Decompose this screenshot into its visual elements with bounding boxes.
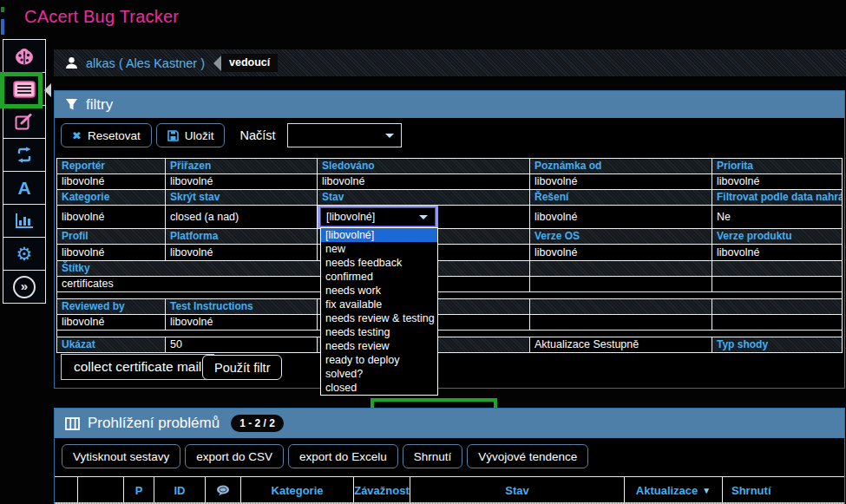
export-csv-button[interactable]: export do CSV — [185, 444, 284, 468]
filter-value-reporter[interactable]: libovolné — [57, 174, 166, 190]
status-select[interactable]: [libovolné] — [320, 207, 436, 226]
sidebar-item-summary[interactable] — [3, 204, 46, 238]
status-option[interactable]: needs review — [321, 339, 437, 353]
filter-label-reviewed-by: Reviewed by — [57, 299, 166, 315]
issues-panel-title: Prohlížení problémů — [88, 415, 220, 432]
sidebar-item-manage[interactable]: ⚙ — [3, 237, 46, 271]
status-dropdown-list: [libovolné] new needs feedback confirmed… — [320, 227, 438, 396]
issues-col-severity[interactable]: Závažnost — [354, 477, 410, 503]
reset-filter-button[interactable]: ✖ Resetovat — [61, 123, 152, 147]
funnel-icon — [65, 98, 78, 111]
edit-pencil-icon — [15, 114, 34, 131]
filter-value-tags[interactable]: certificates — [57, 277, 530, 292]
issues-col-summary[interactable]: Shrnutí — [723, 477, 843, 503]
issues-col-id[interactable]: ID — [154, 477, 206, 503]
issues-col-priority[interactable]: P — [124, 477, 154, 503]
status-option[interactable]: ready to deploy — [321, 353, 437, 367]
status-option[interactable]: needs review & testing — [321, 311, 437, 325]
ladybug-icon — [14, 48, 35, 65]
filter-cell-empty — [530, 277, 712, 292]
filter-value-product-version[interactable]: libovolné — [712, 245, 843, 261]
status-option[interactable]: new — [321, 242, 437, 256]
filter-value-resolution[interactable]: libovolné — [530, 206, 712, 229]
issues-col-edit — [78, 477, 124, 503]
filter-value-assigned[interactable]: libovolné — [166, 174, 318, 190]
status-option[interactable]: confirmed — [321, 270, 437, 284]
status-option[interactable]: fix available — [321, 298, 437, 311]
status-option[interactable]: needs feedback — [321, 256, 437, 270]
filter-cell-empty — [712, 277, 843, 292]
filter-label-filter-by-date: Filtrovat podle data nahrání — [712, 190, 843, 206]
filter-label-tags: Štítky — [57, 261, 530, 277]
collapse-chevrons-icon: » — [13, 276, 36, 298]
status-option[interactable]: solved? — [321, 367, 437, 381]
filter-label-category: Kategorie — [57, 190, 166, 206]
filter-panel: filtry ✖ Resetovat Uložit Načíst — [54, 90, 845, 389]
status-option[interactable]: [libovolné] — [321, 228, 437, 242]
filter-label-os-version: Verze OS — [530, 229, 712, 245]
trends-button[interactable]: Vývojové tendence — [467, 444, 588, 468]
sidebar-item-report-issue[interactable] — [3, 105, 46, 139]
filter-value-os-version[interactable]: libovolné — [530, 245, 712, 261]
roadmap-icon: A — [17, 179, 30, 197]
sidebar-item-view-issues[interactable] — [3, 72, 46, 106]
filter-label-test-instructions: Test Instructions — [166, 299, 318, 315]
filter-value-profile[interactable]: libovolné — [57, 245, 166, 261]
user-bar: alkas ( Ales Kastner ) vedoucí — [54, 49, 846, 76]
filter-panel-title: filtry — [86, 96, 113, 114]
print-reports-button[interactable]: Vytisknout sestavy — [62, 444, 180, 468]
filter-value-priority[interactable]: libovolné — [712, 174, 843, 190]
filter-value-note-by[interactable]: libovolné — [530, 174, 712, 190]
role-badge: vedoucí — [221, 54, 278, 72]
sort-descending-icon: ▼ — [702, 486, 711, 495]
status-option[interactable]: needs work — [321, 284, 437, 298]
issues-col-select — [55, 477, 78, 503]
issues-col-status[interactable]: Stav — [410, 477, 625, 503]
app-title: CAcert Bug Tracker — [24, 7, 179, 27]
filter-cell-empty — [530, 299, 712, 315]
filter-value-show[interactable]: 50 — [166, 337, 318, 353]
apply-filter-button[interactable]: Použít filtr — [202, 355, 282, 380]
issues-table-header: P ID Kategorie Závažnost Stav Aktualizac… — [55, 476, 844, 503]
sidebar-item-my-view[interactable] — [3, 39, 46, 73]
gears-icon: ⚙ — [16, 245, 33, 263]
filter-label-profile: Profil — [57, 229, 166, 245]
export-excel-button[interactable]: export do Excelu — [288, 444, 398, 468]
load-filter-select[interactable] — [287, 123, 402, 147]
x-icon: ✖ — [72, 130, 82, 141]
filter-label-show: Ukázat — [57, 337, 166, 353]
issues-toolbar: Vytisknout sestavy export do CSV export … — [62, 444, 844, 468]
filter-grid-spacer — [57, 292, 843, 299]
filter-label-assigned: Přiřazen — [166, 159, 318, 174]
issues-col-notes[interactable] — [206, 477, 241, 503]
filter-value-category[interactable]: libovolné — [57, 206, 166, 229]
filter-label-hide-status: Skrýt stav — [166, 190, 318, 206]
status-option[interactable]: closed — [321, 381, 437, 395]
bar-chart-icon — [15, 213, 34, 229]
sidebar-item-collapse[interactable]: » — [3, 270, 46, 304]
filter-value-test-instructions[interactable]: libovolné — [166, 315, 318, 331]
save-filter-label: Uložit — [185, 129, 214, 142]
chevron-down-icon — [385, 134, 394, 138]
issues-panel-header: Prohlížení problémů 1 - 2 / 2 — [55, 409, 844, 438]
collect-certificate-mail-button[interactable]: collect certificate mail — [61, 354, 214, 380]
cacert-bug-tracker-screen: CAcert Bug Tracker — [0, 0, 846, 504]
issues-col-updated[interactable]: Aktualizace ▼ — [625, 477, 723, 503]
username-link[interactable]: alkas ( Ales Kastner ) — [86, 56, 205, 70]
filter-cell-empty — [712, 299, 843, 315]
filter-value-hide-status[interactable]: closed (a nad) — [166, 206, 318, 229]
sidebar-item-roadmap[interactable]: A — [3, 171, 46, 205]
filter-label-status: Stav — [318, 190, 530, 206]
issues-col-category[interactable]: Kategorie — [241, 477, 354, 503]
active-item-arrow — [44, 83, 51, 97]
save-filter-button[interactable]: Uložit — [156, 123, 226, 147]
filter-value-reviewed-by[interactable]: libovolné — [57, 315, 166, 331]
filter-value-filter-by-date[interactable]: Ne — [712, 206, 843, 229]
filter-value-sort[interactable]: Aktualizace Sestupně — [530, 337, 712, 353]
filter-value-monitored[interactable]: libovolné — [318, 174, 530, 190]
status-option[interactable]: needs testing — [321, 325, 437, 339]
sidebar-item-changelog[interactable] — [3, 138, 46, 172]
summary-button[interactable]: Shrnutí — [403, 444, 463, 468]
status-select-value: [libovolné] — [326, 211, 375, 224]
filter-value-platform[interactable]: libovolné — [166, 245, 318, 261]
